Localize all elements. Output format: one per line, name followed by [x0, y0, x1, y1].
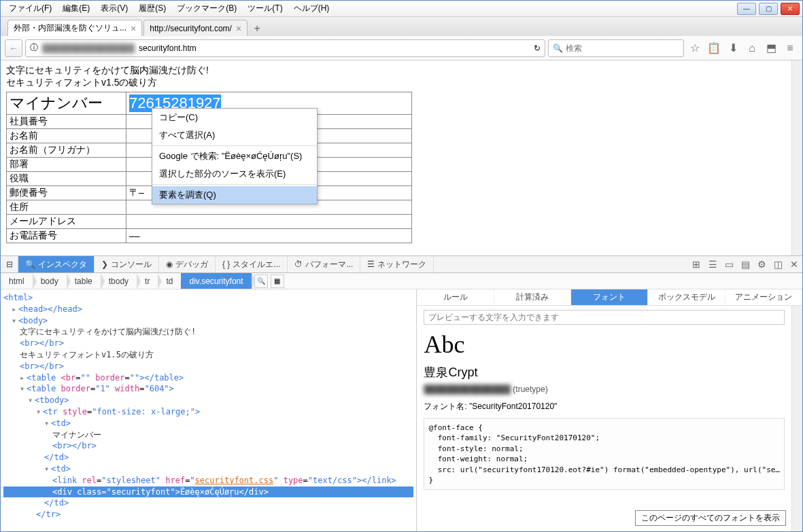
devtab-network[interactable]: ☰ネットワーク — [360, 256, 434, 272]
reload-icon[interactable]: ↻ — [534, 43, 541, 53]
sidetab-boxmodel[interactable]: ボックスモデル — [648, 289, 725, 305]
address-bar[interactable]: ⓘ ████████████████ securityfont.htm ↻ — [25, 39, 545, 57]
tab-title: http://securityfont.com/ — [150, 24, 232, 33]
cell-label: 部署 — [7, 158, 126, 172]
crumb-div[interactable]: div.securityfont — [181, 273, 251, 289]
devtab-style[interactable]: { }スタイルエ... — [216, 256, 288, 272]
ctx-inspect-element[interactable]: 要素を調査(Q) — [152, 186, 317, 204]
menu-tools[interactable]: ツール(T) — [243, 1, 286, 16]
menu-edit[interactable]: 編集(E) — [58, 1, 94, 16]
dom-tree[interactable]: <html> ▸<head></head> ▾<body> 文字にセキュリティを… — [1, 289, 417, 531]
font-type: ███████████████ (truetype) — [424, 385, 785, 394]
cell-label: お電話番号 — [7, 229, 126, 243]
sidetab-computed[interactable]: 計算済み — [494, 289, 571, 305]
devtools-tabs: ⊟ 🔍インスペクタ ❯コンソール ◉デバッガ { }スタイルエ... ⏱パフォー… — [1, 255, 802, 273]
selected-dom-node[interactable]: <div class="securityfont">Ëøèę×øĆęÚøŗu</… — [3, 486, 413, 498]
browser-window: ファイル(F) 編集(E) 表示(V) 履歴(S) ブックマーク(B) ツール(… — [0, 0, 803, 532]
devtools-close-icon[interactable]: ✕ — [786, 256, 802, 272]
devtab-inspector[interactable]: 🔍インスペクタ — [18, 256, 95, 272]
menubar: ファイル(F) 編集(E) 表示(V) 履歴(S) ブックマーク(B) ツール(… — [1, 1, 737, 16]
back-button[interactable]: ← — [5, 39, 22, 57]
page-text-2: セキュリティフォントv1.5の破り方 — [6, 77, 786, 89]
show-all-fonts-button[interactable]: このページのすべてのフォントを表示 — [635, 510, 786, 526]
library-icon[interactable]: 📋 — [706, 40, 722, 56]
cell-label: 社員番号 — [7, 115, 126, 129]
search-input[interactable] — [566, 43, 679, 53]
crumb-tbody[interactable]: tbody — [101, 273, 137, 289]
devicon-2[interactable]: ▭ — [721, 256, 737, 272]
tab-close-icon[interactable]: × — [131, 23, 136, 34]
tab-title: 外部・内部漏洩を防ぐソリュ... — [14, 22, 126, 34]
tab-add[interactable]: + — [249, 21, 265, 36]
side-tabs: ルール 計算済み フォント ボックスモデル アニメーション — [417, 289, 802, 306]
downloads-icon[interactable]: ⬇ — [725, 40, 741, 56]
font-preview-input[interactable] — [424, 310, 785, 325]
devicon-1[interactable]: ☰ — [704, 256, 721, 272]
devtab-console[interactable]: ❯コンソール — [95, 256, 159, 272]
ctx-copy[interactable]: コピー(C) — [152, 109, 317, 126]
font-preview-pane: Abc 豊泉Crypt ███████████████ (truetype) フ… — [417, 306, 791, 531]
sidetab-fonts[interactable]: フォント — [571, 289, 648, 305]
window-maximize[interactable]: ▢ — [759, 3, 778, 15]
window-close[interactable]: ✕ — [781, 3, 800, 15]
crumb-tr[interactable]: tr — [137, 273, 158, 289]
info-icon[interactable]: ⓘ — [30, 42, 38, 54]
page-body: 文字にセキュリティをかけて脳内漏洩だけ防ぐ! セキュリティフォントv1.5の破り… — [1, 60, 791, 255]
menu-file[interactable]: ファイル(F) — [5, 1, 56, 16]
menu-help[interactable]: ヘルプ(H) — [290, 1, 334, 16]
sidetab-rules[interactable]: ルール — [417, 289, 494, 305]
font-sample: Abc — [424, 330, 785, 359]
window-minimize[interactable]: — — [737, 3, 756, 15]
side-scrollbar[interactable] — [791, 306, 802, 531]
hamburger-icon[interactable]: ≡ — [782, 40, 798, 56]
menu-bookmarks[interactable]: ブックマーク(B) — [173, 1, 241, 16]
bookmark-star-icon[interactable]: ☆ — [687, 40, 703, 56]
page-text-1: 文字にセキュリティをかけて脳内漏洩だけ防ぐ! — [6, 65, 786, 77]
tab-strip: 外部・内部漏洩を防ぐソリュ... × http://securityfont.c… — [1, 17, 802, 36]
crumb-search-icon[interactable]: 🔍 — [254, 274, 268, 288]
cell-value — [126, 215, 412, 229]
cell-label: お名前（フリガナ） — [7, 143, 126, 158]
cell-label: 郵便番号 — [7, 186, 126, 200]
devicon-0[interactable]: ⊞ — [688, 256, 704, 272]
ctx-view-source[interactable]: 選択した部分のソースを表示(E) — [152, 165, 317, 183]
sidetab-animation[interactable]: アニメーション — [725, 289, 802, 305]
dom-breadcrumbs: html body table tbody tr td div.security… — [1, 273, 802, 289]
cell-label: 住所 — [7, 200, 126, 215]
ctx-sep — [152, 184, 317, 185]
cell-label: メールアドレス — [7, 215, 126, 229]
ctx-select-all[interactable]: すべて選択(A) — [152, 126, 317, 144]
url-path: securityfont.htm — [139, 43, 197, 53]
devtab-performance[interactable]: ⏱パフォーマ... — [288, 256, 360, 272]
dock-icon[interactable]: ◫ — [770, 256, 786, 272]
cell-label: マイナンバー — [7, 92, 126, 115]
tab-close-icon[interactable]: × — [236, 23, 241, 34]
devicon-3[interactable]: ▤ — [737, 256, 753, 272]
content-area: 文字にセキュリティをかけて脳内漏洩だけ防ぐ! セキュリティフォントv1.5の破り… — [1, 60, 802, 255]
crumb-toggle-icon[interactable]: ▦ — [271, 274, 284, 288]
browser-tab-0[interactable]: 外部・内部漏洩を防ぐソリュ... × — [7, 20, 142, 36]
pocket-icon[interactable]: ⬒ — [763, 40, 779, 56]
crumb-table[interactable]: table — [67, 273, 101, 289]
crumb-td[interactable]: td — [158, 273, 181, 289]
gear-icon[interactable]: ⚙ — [753, 256, 770, 272]
search-field[interactable]: 🔍 — [548, 39, 684, 57]
ctx-sep — [152, 145, 317, 146]
menu-history[interactable]: 履歴(S) — [135, 1, 170, 16]
crumb-html[interactable]: html — [1, 273, 33, 289]
font-family-name: 豊泉Crypt — [424, 364, 785, 380]
font-label: フォント名: "SecurityFont20170120" — [424, 401, 785, 412]
titlebar: ファイル(F) 編集(E) 表示(V) 履歴(S) ブックマーク(B) ツール(… — [1, 1, 802, 17]
toolbar: ← ⓘ ████████████████ securityfont.htm ↻ … — [1, 36, 802, 60]
page-scrollbar[interactable] — [791, 60, 802, 255]
cell-label: お名前 — [7, 129, 126, 143]
browser-tab-1[interactable]: http://securityfont.com/ × — [143, 20, 247, 36]
home-icon[interactable]: ⌂ — [744, 40, 760, 56]
ctx-google-search[interactable]: Google で検索: "Ëøèę×øĆęÚøŗu"(S) — [152, 147, 317, 165]
devtools-toggle-icon[interactable]: ⊟ — [1, 256, 18, 272]
cell-label: 役職 — [7, 172, 126, 186]
devtools-panes: <html> ▸<head></head> ▾<body> 文字にセキュリティを… — [1, 289, 802, 531]
crumb-body[interactable]: body — [33, 273, 67, 289]
devtab-debugger[interactable]: ◉デバッガ — [159, 256, 216, 272]
menu-view[interactable]: 表示(V) — [97, 1, 132, 16]
